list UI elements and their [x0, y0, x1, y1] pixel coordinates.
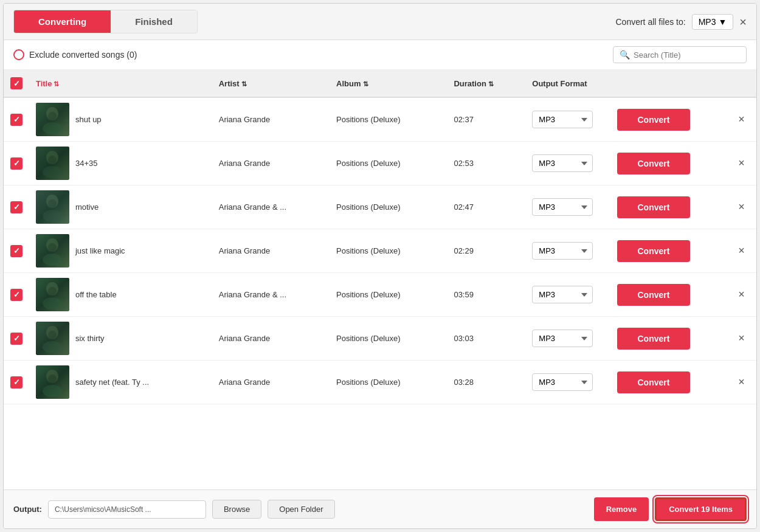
- format-select[interactable]: MP3 AAC FLAC WAV OGG: [532, 330, 593, 347]
- delete-button[interactable]: ×: [734, 375, 748, 390]
- exclude-label: Exclude converted songs (0): [29, 50, 137, 60]
- thumbnail-svg: [36, 147, 69, 180]
- col-header-artist[interactable]: Artist⇅: [213, 70, 330, 97]
- row-album-cell: Positions (Deluxe): [330, 97, 447, 142]
- format-value: MP3: [699, 17, 716, 27]
- svg-point-3: [48, 112, 57, 120]
- row-artist-cell: Ariana Grande & ...: [213, 185, 330, 229]
- row-checkbox[interactable]: [10, 245, 22, 257]
- row-checkbox[interactable]: [10, 289, 22, 301]
- convert-button[interactable]: Convert: [617, 109, 690, 131]
- delete-button[interactable]: ×: [734, 243, 748, 258]
- row-checkbox[interactable]: [10, 201, 22, 213]
- row-title-cell: six thirty: [30, 317, 213, 361]
- format-select[interactable]: MP3 AAC FLAC WAV OGG: [532, 154, 593, 172]
- row-duration-cell: 02:37: [447, 97, 526, 142]
- col-header-duration[interactable]: Duration⇅: [447, 70, 526, 97]
- svg-point-2: [43, 122, 62, 134]
- exclude-circle-icon[interactable]: [13, 49, 24, 60]
- format-select[interactable]: MP3 AAC FLAC WAV OGG: [532, 111, 593, 128]
- table-row: safety net (feat. Ty ... Ariana Grande P…: [4, 361, 756, 404]
- open-folder-button[interactable]: Open Folder: [268, 500, 334, 519]
- convert-button[interactable]: Convert: [617, 196, 690, 218]
- row-artist-cell: Ariana Grande: [213, 142, 330, 185]
- song-thumbnail: [36, 103, 69, 136]
- row-artist-cell: Ariana Grande: [213, 97, 330, 142]
- col-header-title[interactable]: Title⇅: [30, 70, 213, 97]
- delete-button[interactable]: ×: [734, 112, 748, 127]
- row-checkbox-cell: [4, 97, 30, 142]
- row-checkbox[interactable]: [10, 114, 22, 126]
- row-duration-cell: 02:47: [447, 185, 526, 229]
- format-dropdown[interactable]: MP3 ▼: [692, 14, 734, 30]
- table-row: motive Ariana Grande & ... Positions (De…: [4, 185, 756, 229]
- row-album-cell: Positions (Deluxe): [330, 185, 447, 229]
- convert-all-button[interactable]: Convert 19 Items: [655, 497, 747, 521]
- row-action-cell: Convert: [611, 185, 728, 229]
- convert-button[interactable]: Convert: [617, 153, 690, 174]
- remove-button[interactable]: Remove: [594, 497, 649, 521]
- col-header-album[interactable]: Album⇅: [330, 70, 447, 97]
- svg-point-15: [48, 243, 57, 252]
- table-row: shut up Ariana Grande Positions (Deluxe)…: [4, 97, 756, 142]
- song-cell: six thirty: [36, 322, 207, 355]
- tab-converting[interactable]: Converting: [14, 10, 111, 33]
- row-delete-cell: ×: [728, 317, 756, 361]
- tab-finished[interactable]: Finished: [111, 10, 197, 33]
- thumbnail-svg: [36, 103, 69, 136]
- header-right: Convert all files to: MP3 ▼ ×: [615, 14, 747, 30]
- convert-all-label: Convert all files to:: [615, 17, 685, 27]
- row-format-cell: MP3 AAC FLAC WAV OGG: [526, 361, 611, 404]
- format-select[interactable]: MP3 AAC FLAC WAV OGG: [532, 373, 593, 391]
- row-title-cell: shut up: [30, 97, 213, 142]
- svg-point-26: [43, 385, 62, 397]
- convert-button[interactable]: Convert: [617, 240, 690, 262]
- delete-button[interactable]: ×: [734, 331, 748, 346]
- convert-button[interactable]: Convert: [617, 371, 690, 393]
- row-delete-cell: ×: [728, 229, 756, 273]
- row-format-cell: MP3 AAC FLAC WAV OGG: [526, 317, 611, 361]
- delete-button[interactable]: ×: [734, 156, 748, 171]
- svg-point-27: [48, 375, 57, 383]
- row-album-cell: Positions (Deluxe): [330, 317, 447, 361]
- delete-button[interactable]: ×: [734, 287, 748, 302]
- svg-point-22: [43, 341, 62, 353]
- exclude-section: Exclude converted songs (0): [13, 49, 137, 60]
- row-title-cell: safety net (feat. Ty ...: [30, 361, 213, 404]
- browse-button[interactable]: Browse: [212, 500, 261, 519]
- row-action-cell: Convert: [611, 97, 728, 142]
- close-button[interactable]: ×: [739, 16, 747, 28]
- format-select[interactable]: MP3 AAC FLAC WAV OGG: [532, 198, 593, 216]
- song-thumbnail: [36, 365, 69, 399]
- search-input[interactable]: [634, 50, 740, 60]
- row-checkbox-cell: [4, 317, 30, 361]
- song-cell: safety net (feat. Ty ...: [36, 365, 207, 399]
- row-action-cell: Convert: [611, 229, 728, 273]
- col-header-del: [728, 70, 756, 97]
- row-checkbox-cell: [4, 229, 30, 273]
- format-select[interactable]: MP3 AAC FLAC WAV OGG: [532, 242, 593, 260]
- song-cell: 34+35: [36, 147, 207, 180]
- convert-button[interactable]: Convert: [617, 284, 690, 306]
- row-checkbox[interactable]: [10, 376, 22, 389]
- row-checkbox[interactable]: [10, 333, 22, 345]
- row-action-cell: Convert: [611, 361, 728, 404]
- svg-point-23: [48, 331, 57, 339]
- row-artist-cell: Ariana Grande & ...: [213, 273, 330, 317]
- row-duration-cell: 03:28: [447, 361, 526, 404]
- thumbnail-svg: [36, 190, 69, 224]
- search-box: 🔍: [613, 46, 747, 63]
- format-select[interactable]: MP3 AAC FLAC WAV OGG: [532, 286, 593, 303]
- delete-button[interactable]: ×: [734, 199, 748, 215]
- svg-point-6: [43, 166, 62, 178]
- svg-point-18: [43, 297, 62, 309]
- row-duration-cell: 02:29: [447, 229, 526, 273]
- table-row: six thirty Ariana Grande Positions (Delu…: [4, 317, 756, 361]
- songs-table: Title⇅ Artist⇅ Album⇅ Duration⇅ Output F…: [4, 70, 756, 404]
- song-cell: shut up: [36, 103, 207, 136]
- artist-sort-icon: ⇅: [241, 80, 247, 88]
- song-title-text: off the table: [75, 290, 117, 299]
- convert-button[interactable]: Convert: [617, 328, 690, 350]
- row-checkbox[interactable]: [10, 157, 22, 170]
- select-all-checkbox[interactable]: [10, 77, 22, 89]
